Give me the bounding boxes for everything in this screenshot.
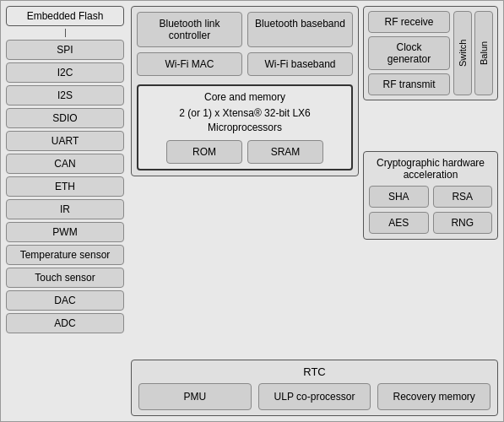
- temp-sensor-block: Temperature sensor: [6, 245, 124, 265]
- sram-block: SRAM: [247, 140, 323, 164]
- bt-baseband-block: Bluetooth baseband: [247, 12, 353, 47]
- ir-block: IR: [6, 199, 124, 219]
- core-memory-block: Core and memory 2 (or 1) x Xtensa® 32-bi…: [137, 84, 353, 170]
- sha-block: SHA: [369, 186, 429, 208]
- uart-block: UART: [6, 131, 124, 151]
- chip-diagram: Embedded Flash SPI I2C I2S SDIO UART CAN…: [0, 0, 504, 422]
- left-column: Embedded Flash SPI I2C I2S SDIO UART CAN…: [6, 6, 124, 333]
- rf-side-blocks: Switch Balun: [453, 11, 493, 95]
- wifi-row: Wi-Fi MAC Wi-Fi baseband: [137, 52, 353, 76]
- connector-line: [65, 29, 66, 37]
- rf-receive-block: RF receive: [368, 11, 450, 33]
- touch-sensor-block: Touch sensor: [6, 268, 124, 288]
- rf-main-blocks: RF receive Clock generator RF transmit: [368, 11, 450, 95]
- wifi-mac-block: Wi-Fi MAC: [137, 52, 242, 76]
- rtc-title: RTC: [138, 365, 490, 378]
- embedded-flash-block: Embedded Flash: [6, 6, 124, 26]
- crypto-grid: SHA RSA AES RNG: [369, 186, 492, 234]
- center-top-area: Bluetooth link controller Bluetooth base…: [131, 6, 359, 176]
- rtc-block: RTC PMU ULP co-processor Recovery memory: [131, 360, 498, 416]
- pwm-block: PWM: [6, 222, 124, 242]
- rtc-row: PMU ULP co-processor Recovery memory: [138, 383, 490, 410]
- can-block: CAN: [6, 154, 124, 174]
- crypto-title: Cryptographic hardware acceleration: [369, 157, 492, 181]
- switch-block: Switch: [453, 11, 472, 95]
- aes-block: AES: [369, 212, 429, 234]
- clock-generator-block: Clock generator: [368, 36, 450, 70]
- i2c-block: I2C: [6, 62, 124, 83]
- eth-block: ETH: [6, 176, 124, 197]
- wifi-baseband-block: Wi-Fi baseband: [247, 52, 353, 76]
- recovery-memory-block: Recovery memory: [377, 383, 490, 410]
- sdio-block: SDIO: [6, 108, 124, 128]
- bt-row: Bluetooth link controller Bluetooth base…: [137, 12, 353, 47]
- rf-transmit-block: RF transmit: [368, 73, 450, 95]
- rom-block: ROM: [166, 140, 242, 164]
- dac-block: DAC: [6, 290, 124, 311]
- rng-block: RNG: [433, 212, 493, 234]
- bt-controller-block: Bluetooth link controller: [137, 12, 242, 47]
- rsa-block: RSA: [433, 186, 493, 208]
- balun-block: Balun: [474, 11, 493, 95]
- core-title: Core and memory: [144, 91, 346, 103]
- spi-block: SPI: [6, 40, 124, 60]
- ulp-block: ULP co-processor: [258, 383, 371, 410]
- right-column: RF receive Clock generator RF transmit S…: [363, 6, 498, 100]
- crypto-block: Cryptographic hardware acceleration SHA …: [363, 151, 498, 240]
- embedded-flash-label: Embedded Flash: [27, 10, 104, 22]
- rom-sram-row: ROM SRAM: [144, 140, 346, 164]
- rf-outer-block: RF receive Clock generator RF transmit S…: [363, 6, 498, 100]
- i2s-block: I2S: [6, 85, 124, 106]
- adc-block: ADC: [6, 313, 124, 333]
- pmu-block: PMU: [138, 383, 252, 410]
- core-desc: 2 (or 1) x Xtensa® 32-bit LX6 Microproce…: [144, 106, 346, 135]
